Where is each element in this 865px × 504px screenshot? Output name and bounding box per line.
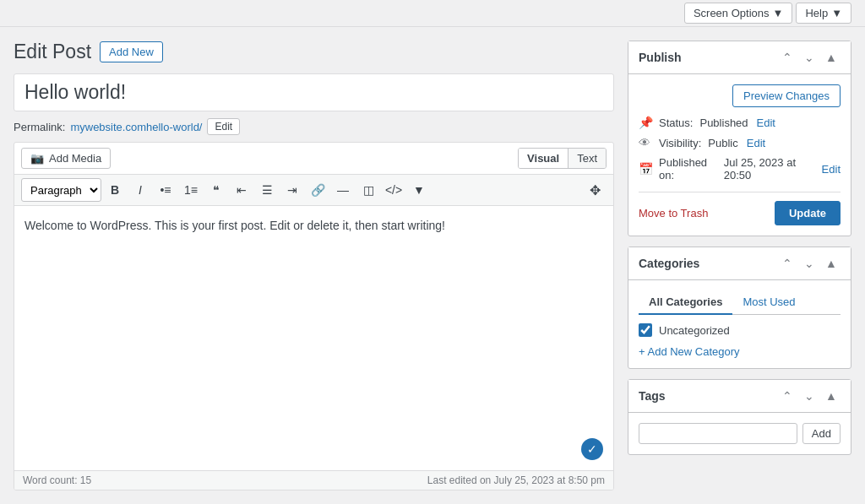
publish-panel-body: Preview Changes 📌 Status: Published Edit… xyxy=(628,74,851,236)
tags-add-button[interactable]: Add xyxy=(802,423,841,444)
last-edited-label: Last edited on July 25, 2023 at 8:50 pm xyxy=(427,474,605,486)
publish-panel: Publish ⌃ ⌄ ▲ Preview Changes 📌 Status: … xyxy=(628,41,851,236)
top-bar: Screen Options ▼ Help ▼ xyxy=(0,0,865,27)
blockquote-button[interactable]: ❝ xyxy=(204,178,228,202)
publish-panel-controls: ⌃ ⌄ ▲ xyxy=(778,48,841,67)
preview-changes-container: Preview Changes xyxy=(639,84,841,107)
ordered-list-button[interactable]: 1≡ xyxy=(179,178,203,202)
status-edit-link[interactable]: Edit xyxy=(757,117,775,129)
tags-panel: Tags ⌃ ⌄ ▲ Add xyxy=(628,379,851,455)
align-center-button[interactable]: ☰ xyxy=(255,178,279,202)
main-wrap: Edit Post Add New Permalink: mywebsite.c… xyxy=(0,27,865,504)
publish-panel-header: Publish ⌃ ⌄ ▲ xyxy=(628,41,851,74)
move-trash-link[interactable]: Move to Trash xyxy=(639,207,708,219)
tags-panel-controls: ⌃ ⌄ ▲ xyxy=(778,387,841,405)
publish-collapse-up-button[interactable]: ⌃ xyxy=(778,48,797,67)
add-media-label: Add Media xyxy=(49,152,101,165)
visual-tab[interactable]: Visual xyxy=(519,149,569,168)
publish-meta: 📌 Status: Published Edit 👁 Visibility: P… xyxy=(639,116,841,182)
categories-panel-controls: ⌃ ⌄ ▲ xyxy=(778,254,841,273)
align-left-button[interactable]: ⇤ xyxy=(230,178,253,202)
categories-panel-header: Categories ⌃ ⌄ ▲ xyxy=(628,247,851,280)
status-icon: 📌 xyxy=(639,116,652,129)
tags-collapse-up-button[interactable]: ⌃ xyxy=(778,387,797,405)
publish-toggle-button[interactable]: ▲ xyxy=(822,48,841,67)
text-tab[interactable]: Text xyxy=(569,149,606,168)
status-label: Status: xyxy=(659,117,693,129)
paragraph-select[interactable]: Paragraph xyxy=(21,178,101,202)
table-button[interactable]: ◫ xyxy=(356,178,380,202)
tags-input-row: Add xyxy=(639,423,841,444)
visibility-value: Public xyxy=(708,137,737,149)
permalink-url[interactable]: mywebsite.comhello-world/ xyxy=(70,121,202,133)
visibility-icon: 👁 xyxy=(639,136,652,149)
add-media-row: 📷 Add Media Visual Text xyxy=(14,143,613,175)
published-label: Published on: xyxy=(659,156,717,182)
help-chevron-icon: ▼ xyxy=(831,7,842,19)
code-button[interactable]: </> xyxy=(382,178,405,202)
word-count-bar: Word count: 15 Last edited on July 25, 2… xyxy=(14,470,613,490)
published-row: 📅 Published on: Jul 25, 2023 at 20:50 Ed… xyxy=(639,156,841,182)
add-media-icon: 📷 xyxy=(30,152,44,165)
save-check-indicator: ✓ xyxy=(581,438,603,460)
help-button[interactable]: Help ▼ xyxy=(796,3,851,24)
preview-changes-button[interactable]: Preview Changes xyxy=(732,84,841,107)
visibility-edit-link[interactable]: Edit xyxy=(747,137,765,149)
publish-collapse-down-button[interactable]: ⌄ xyxy=(800,48,819,67)
editor-content-text: Welcome to WordPress. This is your first… xyxy=(24,216,603,235)
italic-button[interactable]: I xyxy=(128,178,152,202)
word-count-label: Word count: 15 xyxy=(23,474,91,486)
more-options-button[interactable]: ▼ xyxy=(407,178,431,202)
add-media-button[interactable]: 📷 Add Media xyxy=(21,148,111,169)
screen-options-label: Screen Options xyxy=(694,7,770,19)
category-checkbox-uncategorized[interactable] xyxy=(639,323,652,337)
add-new-button[interactable]: Add New xyxy=(100,41,163,62)
all-categories-tab[interactable]: All Categories xyxy=(639,290,732,315)
permalink-edit-button[interactable]: Edit xyxy=(207,118,240,135)
update-button[interactable]: Update xyxy=(775,201,841,225)
categories-collapse-down-button[interactable]: ⌄ xyxy=(800,254,819,273)
tags-toggle-button[interactable]: ▲ xyxy=(822,387,841,405)
categories-collapse-up-button[interactable]: ⌃ xyxy=(778,254,797,273)
editor-toolbar: Paragraph B I •≡ 1≡ ❝ ⇤ ☰ ⇥ 🔗 ― ◫ </> ▼ … xyxy=(14,175,613,206)
align-right-button[interactable]: ⇥ xyxy=(280,178,304,202)
categories-tabs: All Categories Most Used xyxy=(639,290,841,315)
link-button[interactable]: 🔗 xyxy=(306,178,329,202)
left-column: Edit Post Add New Permalink: mywebsite.c… xyxy=(14,41,614,490)
add-new-category-link[interactable]: + Add New Category xyxy=(639,345,740,358)
screen-options-button[interactable]: Screen Options ▼ xyxy=(684,3,792,24)
permalink-label: Permalink: xyxy=(14,121,65,133)
help-label: Help xyxy=(805,7,828,19)
editor-content-area[interactable]: Welcome to WordPress. This is your first… xyxy=(14,206,613,470)
published-edit-link[interactable]: Edit xyxy=(822,163,841,176)
page-title: Edit Post xyxy=(14,41,91,63)
screen-options-chevron-icon: ▼ xyxy=(773,7,784,19)
permalink-bar: Permalink: mywebsite.comhello-world/ Edi… xyxy=(14,118,614,135)
visibility-label: Visibility: xyxy=(659,137,701,149)
category-label-uncategorized: Uncategorized xyxy=(659,324,730,337)
category-item-uncategorized[interactable]: Uncategorized xyxy=(639,323,841,337)
tags-collapse-down-button[interactable]: ⌄ xyxy=(800,387,819,405)
visual-text-tabs: Visual Text xyxy=(518,148,607,169)
unordered-list-button[interactable]: •≡ xyxy=(154,178,177,202)
more-button[interactable]: ― xyxy=(331,178,355,202)
categories-panel-body: All Categories Most Used Uncategorized +… xyxy=(628,280,851,368)
publish-panel-title: Publish xyxy=(639,51,682,64)
tags-panel-title: Tags xyxy=(639,389,666,403)
published-value: Jul 25, 2023 at 20:50 xyxy=(724,156,813,182)
editor-wrap: 📷 Add Media Visual Text Paragraph B I •≡… xyxy=(14,142,614,490)
categories-toggle-button[interactable]: ▲ xyxy=(822,254,841,273)
tags-panel-header: Tags ⌃ ⌄ ▲ xyxy=(628,380,851,413)
visibility-row: 👁 Visibility: Public Edit xyxy=(639,136,841,149)
right-column: Publish ⌃ ⌄ ▲ Preview Changes 📌 Status: … xyxy=(628,41,851,490)
categories-panel: Categories ⌃ ⌄ ▲ All Categories Most Use… xyxy=(628,247,851,369)
status-row: 📌 Status: Published Edit xyxy=(639,116,841,129)
tags-input[interactable] xyxy=(639,423,797,444)
post-title-input[interactable] xyxy=(14,73,614,111)
category-list: Uncategorized xyxy=(639,323,841,337)
most-used-tab[interactable]: Most Used xyxy=(732,290,805,315)
publish-actions: Move to Trash Update xyxy=(639,192,841,225)
fullscreen-button[interactable]: ✥ xyxy=(583,178,607,202)
bold-button[interactable]: B xyxy=(103,178,127,202)
tags-panel-body: Add xyxy=(628,413,851,454)
